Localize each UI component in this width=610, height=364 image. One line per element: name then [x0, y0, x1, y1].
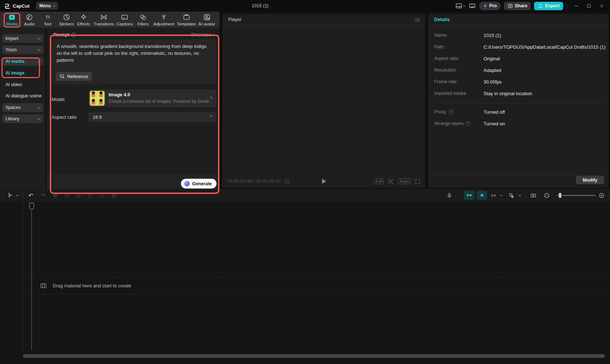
pro-button[interactable]: Pro [479, 2, 501, 10]
showcase-link[interactable]: Showcase [191, 32, 214, 37]
delete-button[interactable] [87, 193, 93, 199]
detail-value: Original [484, 56, 500, 61]
aspect-ratio-value: 16:9 [93, 114, 102, 120]
zoom-fit-icon[interactable] [388, 178, 394, 185]
tab-media[interactable]: Media [6, 13, 17, 26]
detail-label: Resolution: [434, 68, 457, 73]
divider [434, 175, 603, 175]
tab-ai-avatar[interactable]: AI avatar [198, 13, 215, 26]
prompt-input[interactable]: A smooth, seamless gradient background t… [52, 39, 217, 84]
sidebar-item-yours[interactable]: Yours [2, 45, 43, 54]
generate-button[interactable]: Generate [181, 179, 217, 189]
sidebar-item-ai-media[interactable]: AI media [2, 57, 43, 66]
ai-sparkle-icon [184, 181, 190, 186]
sidebar-item-ai-video[interactable]: AI video [2, 80, 43, 89]
panel-menu-icon[interactable] [415, 19, 420, 21]
chevron-down-icon[interactable] [17, 195, 19, 197]
frame-list-icon[interactable] [284, 179, 290, 183]
select-tool-button[interactable] [7, 193, 13, 199]
detail-label: Path: [434, 44, 445, 49]
magnetic-snap-toggle[interactable] [464, 191, 474, 200]
tab-text[interactable]: TI Text [44, 13, 52, 26]
help-icon[interactable] [449, 110, 453, 114]
proxy-label: Proxy: [434, 109, 447, 114]
effects-icon [80, 13, 87, 21]
shortcuts-button[interactable] [469, 2, 476, 9]
sidebar-item-import[interactable]: Import [2, 34, 43, 43]
transitions-icon [100, 13, 108, 21]
menu-button[interactable]: Menu [36, 2, 58, 10]
tab-captions[interactable]: Captions [116, 13, 133, 26]
zoom-out-button[interactable] [544, 193, 550, 199]
undo-button[interactable] [28, 192, 33, 199]
chevron-down-icon[interactable] [501, 195, 502, 197]
playhead-handle[interactable] [29, 203, 34, 210]
prompt-label: Prompt [53, 32, 76, 37]
chevron-down-icon [38, 117, 40, 120]
minimize-button[interactable] [571, 1, 581, 11]
layout-switcher-button[interactable] [455, 2, 465, 9]
record-voiceover-button[interactable] [447, 193, 453, 199]
export-button[interactable]: Export [534, 2, 563, 10]
divider [434, 103, 603, 103]
captions-icon [121, 13, 128, 21]
aspect-ratio-dropdown[interactable]: 16:9 [88, 112, 217, 122]
timeline-area[interactable]: Drag material here and start to create [0, 202, 610, 364]
text-icon: TI [44, 13, 52, 21]
full-quality-badge[interactable]: Full [374, 178, 384, 184]
preview-axis-button[interactable] [530, 192, 537, 199]
delete-left-button[interactable] [64, 193, 70, 199]
tab-transitions[interactable]: Transitions [94, 13, 114, 26]
tab-templates[interactable]: Templates [177, 13, 196, 26]
maximize-button[interactable] [584, 1, 594, 11]
modify-button[interactable]: Modify [576, 176, 604, 184]
share-button[interactable]: Share [504, 2, 531, 10]
horizontal-scrollbar[interactable] [23, 354, 605, 358]
details-title: Details [434, 17, 450, 22]
overlap-button[interactable] [111, 193, 117, 199]
svg-text:TI: TI [45, 14, 50, 20]
arrange-layers-label: Arrange layers [434, 121, 464, 126]
detail-value: Stay in original location [484, 91, 532, 96]
stickers-icon [63, 13, 70, 21]
mask-button[interactable] [99, 193, 105, 199]
fullscreen-icon[interactable] [415, 178, 421, 185]
empty-track-dropzone[interactable]: Drag material here and start to create [23, 277, 608, 294]
timeline-zoom-slider-handle[interactable] [559, 193, 561, 198]
reference-button[interactable]: Reference [56, 72, 92, 81]
detail-value: Adapted [484, 68, 501, 73]
model-name: Image 4.0 [109, 92, 130, 97]
snap-cursor-tool[interactable] [509, 193, 515, 199]
detail-label: Name: [434, 33, 448, 38]
model-dropdown[interactable]: Image 4.0 Create a cohesive set of image… [88, 89, 217, 107]
chevron-down-icon[interactable] [519, 195, 521, 197]
adjustment-icon [160, 13, 168, 21]
ratio-badge[interactable]: Ratio [398, 178, 411, 184]
auto-preview-toggle[interactable] [477, 191, 487, 200]
player-header: Player [222, 14, 425, 25]
model-description: Create a cohesive set of images. Powered… [109, 99, 213, 104]
tab-filters[interactable]: Filters [137, 13, 149, 26]
sidebar-item-ai-image[interactable]: AI image [2, 69, 43, 77]
timeline-zoom-slider[interactable] [557, 195, 596, 196]
sidebar-item-library[interactable]: Library [2, 114, 43, 123]
split-button[interactable] [52, 193, 58, 199]
sidebar-item-ai-dialogue-scene[interactable]: AI dialogue scene [2, 92, 43, 100]
close-button[interactable] [597, 1, 606, 11]
zoom-in-button[interactable] [599, 193, 605, 199]
link-toggle[interactable] [490, 193, 497, 199]
sidebar-item-spaces[interactable]: Spaces [2, 103, 43, 112]
tab-adjustment[interactable]: Adjustment [153, 13, 174, 26]
tab-audio[interactable]: Audio [24, 13, 35, 26]
tab-effects[interactable]: Effects [77, 13, 90, 26]
divider [458, 193, 458, 198]
help-icon[interactable] [465, 121, 470, 126]
timeline-toolbar [0, 189, 610, 202]
play-button[interactable] [322, 179, 326, 184]
player-controls: 00:00:00:00 / 00:00:00:00 Full Ratio [222, 175, 425, 188]
redo-button[interactable] [41, 192, 45, 199]
tab-stickers[interactable]: Stickers [59, 13, 74, 26]
menu-label: Menu [39, 3, 51, 8]
delete-right-button[interactable] [76, 193, 82, 199]
app-name: CapCut [13, 3, 29, 9]
